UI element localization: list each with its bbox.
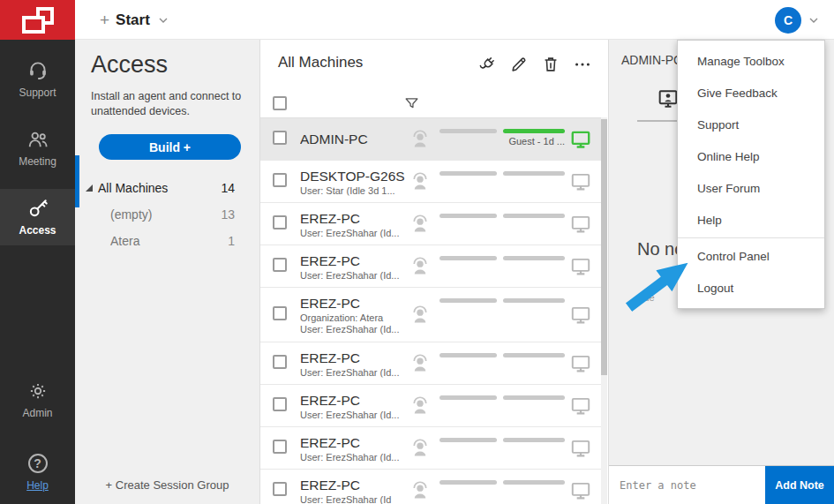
user-dropdown-menu: Manage ToolboxGive FeedbackSupportOnline… (677, 40, 825, 309)
table-row[interactable]: EREZ-PCUser: ErezShahar (Id... (260, 203, 603, 245)
start-label: Start (116, 11, 150, 29)
scrollbar-track[interactable] (601, 117, 607, 504)
monitor-icon (569, 255, 592, 278)
filter-icon[interactable] (403, 95, 420, 112)
person-headset-icon (409, 170, 432, 193)
machine-subtext: User: ErezShahar (Id... (300, 366, 415, 377)
session-bar (503, 480, 565, 485)
gear-icon (26, 380, 49, 402)
machine-name-block: EREZ-PCUser: ErezShahar (Id... (300, 252, 415, 280)
menu-item-manage-toolbox[interactable]: Manage Toolbox (678, 45, 824, 77)
machine-name: EREZ-PC (300, 392, 415, 408)
edit-icon[interactable] (509, 55, 529, 74)
row-checkbox[interactable] (273, 306, 287, 320)
row-checkbox[interactable] (273, 355, 287, 369)
monitor-icon (569, 437, 592, 460)
session-bar (503, 256, 565, 260)
sidebar-item-label: Access (19, 224, 56, 237)
avatar[interactable]: C (775, 7, 801, 34)
menu-item-user-forum[interactable]: User Forum (678, 172, 824, 204)
machine-name: DESKTOP-G26S (300, 168, 415, 184)
menu-item-give-feedback[interactable]: Give Feedback (678, 77, 824, 109)
session-bar (440, 129, 497, 133)
table-row[interactable]: DESKTOP-G26SUser: Star (Idle 3d 1... (260, 161, 603, 203)
headset-icon (26, 59, 49, 82)
session-bar (503, 171, 565, 176)
session-title: ADMIN-PC (621, 53, 682, 67)
sidebar-item-meeting[interactable]: Meeting (0, 120, 75, 177)
monitor-icon (569, 128, 592, 151)
session-group-list: All Machines14(empty)13Atera1 (75, 175, 259, 254)
session-bar (503, 438, 565, 442)
sidebar-item-access[interactable]: Access (0, 189, 75, 245)
note-input[interactable] (609, 466, 765, 504)
monitor-icon (569, 213, 592, 236)
menu-item-help[interactable]: Help (678, 204, 824, 236)
row-checkbox[interactable] (273, 215, 287, 229)
chevron-down-icon[interactable] (807, 13, 821, 27)
row-checkbox[interactable] (273, 173, 287, 187)
status-badge: Guest - 1d ... (497, 136, 565, 147)
row-checkbox[interactable] (273, 131, 287, 145)
sidebar-item-help[interactable]: ?Help (0, 444, 75, 500)
table-row[interactable]: EREZ-PCUser: ErezShahar (Id (260, 470, 603, 504)
connect-icon[interactable] (477, 55, 497, 74)
row-checkbox[interactable] (273, 482, 287, 496)
row-checkbox[interactable] (273, 440, 287, 454)
expander-triangle-icon[interactable] (86, 184, 93, 192)
build-button[interactable]: Build + (99, 134, 241, 160)
create-session-group-link[interactable]: + Create Session Group (75, 478, 259, 492)
machine-name: EREZ-PC (300, 296, 415, 312)
person-headset-icon (409, 479, 432, 502)
sidebar-item-support[interactable]: Support (0, 51, 75, 108)
machine-name-block: EREZ-PCUser: ErezShahar (Id... (300, 434, 415, 462)
table-row[interactable]: EREZ-PCUser: ErezShahar (Id... (260, 385, 603, 427)
menu-item-control-panel[interactable]: Control Panel (678, 240, 824, 272)
session-bar (440, 395, 497, 400)
sidebar-item-admin[interactable]: Admin (0, 372, 75, 428)
monitor-icon (569, 170, 592, 193)
session-group-atera[interactable]: Atera1 (75, 228, 259, 254)
machine-subtext: User: ErezShahar (Id... (300, 409, 415, 419)
sidebar-item-label: Help (26, 479, 49, 492)
machine-name: EREZ-PC (300, 477, 415, 493)
menu-item-support[interactable]: Support (678, 109, 824, 140)
add-note-button[interactable]: Add Note (765, 466, 834, 504)
app-logo[interactable] (0, 0, 75, 40)
row-checkbox[interactable] (273, 397, 287, 411)
access-description: Install an agent and connect to unattend… (91, 89, 248, 119)
detail-text-fragment: ide (642, 292, 655, 303)
select-all-checkbox[interactable] (273, 96, 287, 110)
sidebar-item-label: Support (19, 87, 56, 99)
table-row[interactable]: EREZ-PCUser: ErezShahar (Id... (260, 342, 603, 385)
machine-subtext: User: ErezShahar (Id... (300, 451, 415, 462)
start-menu-button[interactable]: + Start (100, 0, 170, 40)
row-checkbox[interactable] (273, 258, 287, 272)
machine-subtext: User: ErezShahar (Id... (300, 269, 415, 280)
session-bar (503, 395, 565, 400)
note-bar: Add Note (609, 465, 834, 504)
selected-nav-indicator (75, 155, 79, 207)
delete-icon[interactable] (541, 55, 560, 74)
machine-subtext: User: ErezShahar (Id... (300, 227, 415, 237)
session-group--empty-[interactable]: (empty)13 (75, 201, 259, 228)
machine-subtext: User: ErezShahar (Id... (300, 324, 415, 335)
session-bar (503, 214, 565, 218)
scrollbar-thumb[interactable] (601, 119, 607, 375)
menu-item-online-help[interactable]: Online Help (678, 140, 824, 172)
menu-item-logout[interactable]: Logout (678, 272, 824, 304)
machine-name-block: EREZ-PCUser: ErezShahar (Id... (300, 350, 415, 377)
machine-name-block: ADMIN-PC (300, 132, 415, 147)
table-row[interactable]: EREZ-PCUser: ErezShahar (Id... (260, 427, 603, 470)
table-row[interactable]: EREZ-PCUser: ErezShahar (Id... (260, 245, 603, 288)
group-count: 14 (221, 181, 235, 195)
person-headset-icon (409, 437, 432, 460)
more-icon[interactable] (573, 55, 592, 74)
table-row[interactable]: ADMIN-PCGuest - 1d ... (260, 118, 603, 161)
user-menu-button[interactable]: C (775, 0, 821, 40)
machine-list-panel: All Machines ADMIN-PCGuest - 1d ...DESKT… (260, 40, 609, 504)
machine-name-block: EREZ-PCUser: ErezShahar (Id... (300, 210, 415, 237)
table-row[interactable]: EREZ-PCOrganization: AteraUser: ErezShah… (260, 288, 603, 342)
group-label: Atera (110, 234, 139, 248)
session-group-all-machines[interactable]: All Machines14 (75, 175, 259, 201)
